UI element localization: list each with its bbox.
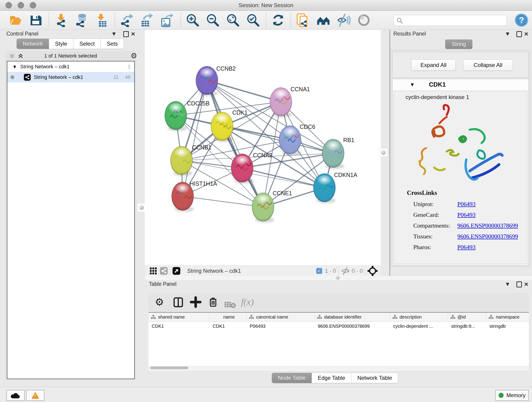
node-label-CCNB2: CCNB2 — [216, 65, 236, 72]
tab-edge-table[interactable]: Edge Table — [312, 373, 351, 383]
search-input[interactable] — [405, 16, 504, 24]
network-row[interactable]: String Network – cdk1 11 48 — [7, 72, 134, 83]
crosslink-row: Pharos: P06493 — [413, 244, 523, 255]
network-canvas[interactable]: CCNB2CCNA1CDC25BCDK1CDC6RB1CCNB1CCNA2CDK… — [145, 30, 381, 265]
export-network-icon[interactable] — [120, 13, 133, 27]
horizontal-splitter-handle[interactable] — [336, 276, 340, 280]
network-node-CCNB1[interactable] — [171, 146, 193, 176]
string-app-icon — [24, 74, 31, 81]
import-network-from-database-icon[interactable] — [75, 13, 89, 27]
crosslink-link[interactable]: 9606.ENSP00000378699 — [457, 233, 518, 240]
column-header[interactable]: shared name — [148, 313, 209, 321]
table-horizontal-scrollbar[interactable] — [148, 366, 529, 370]
network-node-CCNA2[interactable] — [231, 154, 253, 184]
fit-content-target-icon[interactable] — [367, 266, 378, 276]
search-box[interactable] — [394, 15, 507, 26]
refresh-icon[interactable] — [271, 13, 285, 27]
share-view-icon[interactable] — [160, 267, 168, 275]
network-node-CCNE1[interactable] — [252, 193, 274, 223]
crosslink-link[interactable]: 9606.ENSP00000378699 — [457, 222, 518, 229]
tab-style[interactable]: Style — [49, 38, 73, 49]
network-node-CDC25B[interactable] — [165, 101, 187, 131]
crosslink-link[interactable]: P06493 — [457, 244, 475, 251]
protein-result-header[interactable]: ▼ CDK1 — [393, 79, 529, 90]
zoom-in-icon[interactable] — [186, 13, 199, 27]
network-node-CDC6[interactable] — [279, 126, 301, 155]
selected-checkbox-icon[interactable]: ✓ — [316, 268, 322, 274]
delete-column-icon[interactable] — [207, 296, 219, 308]
tab-string[interactable]: String — [445, 39, 472, 49]
hidden-eye-icon[interactable] — [341, 267, 350, 275]
open-session-icon[interactable] — [9, 13, 22, 27]
table-panel-float-icon[interactable] — [516, 281, 522, 287]
right-splitter-handle[interactable] — [379, 148, 387, 157]
zoom-fit-icon[interactable] — [226, 13, 240, 27]
left-splitter-handle[interactable] — [138, 204, 146, 212]
collapse-all-button[interactable]: Collapse All — [463, 59, 513, 71]
grid-view-icon[interactable] — [150, 268, 157, 274]
column-header[interactable]: description — [390, 313, 448, 321]
control-panel-float-icon[interactable] — [123, 31, 129, 37]
save-session-icon[interactable] — [29, 13, 43, 27]
export-image-icon[interactable] — [159, 13, 173, 27]
tab-network[interactable]: Network — [17, 38, 49, 49]
crosslink-link[interactable]: P06493 — [457, 211, 475, 218]
network-node-CCNB2[interactable] — [196, 66, 218, 96]
help-icon[interactable]: ? — [515, 13, 528, 27]
collection-label: String Network – cdk1 — [20, 64, 70, 70]
network-node-CDK1[interactable] — [211, 112, 233, 142]
results-panel-close-icon[interactable]: × — [524, 32, 528, 36]
export-table-icon[interactable] — [139, 13, 153, 27]
current-network-name: String Network – cdk1 — [187, 268, 241, 274]
tab-network-table[interactable]: Network Table — [351, 373, 399, 383]
network-node-RB1[interactable] — [322, 139, 344, 169]
expand-all-button[interactable]: Expand All — [411, 59, 456, 71]
table-panel-menu-icon[interactable]: ▼ — [506, 281, 509, 287]
memory-button[interactable]: Memory — [495, 390, 529, 401]
column-header[interactable]: namespace — [486, 313, 529, 321]
column-header[interactable]: @id — [448, 313, 486, 321]
node-table: shared name name canonical name database… — [148, 312, 529, 370]
tab-node-table[interactable]: Node Table — [272, 373, 312, 383]
network-options-gear-icon[interactable]: ⚙ — [131, 51, 137, 60]
zoom-out-icon[interactable] — [206, 13, 220, 27]
crosslink-row: Uniprot: P06493 — [413, 201, 523, 211]
zoom-selected-icon[interactable] — [246, 13, 260, 27]
show-columns-icon[interactable] — [172, 296, 184, 308]
protein-expander-icon[interactable]: ▼ — [411, 82, 414, 87]
results-panel-float-icon[interactable] — [516, 31, 522, 37]
table-settings-gear-icon[interactable]: ⚙ — [155, 296, 164, 308]
collection-expander-icon[interactable]: ▼ — [13, 65, 16, 69]
add-column-icon[interactable] — [190, 296, 202, 308]
warning-button[interactable]: ! — [26, 390, 44, 401]
column-header[interactable]: canonical name — [247, 313, 315, 321]
crosslink-row: GeneCard: P06493 — [413, 211, 523, 222]
cloud-icon — [11, 392, 21, 399]
horizontal-splitter[interactable] — [145, 276, 532, 280]
copy-network-style-icon[interactable] — [296, 13, 310, 27]
tab-sets[interactable]: Sets — [101, 38, 124, 49]
control-panel-close-icon[interactable]: × — [131, 32, 135, 36]
results-panel-menu-icon[interactable]: ▼ — [506, 31, 509, 36]
table-row[interactable]: CDK1 CDK1 P06493 9606.ENSP00000378699 cy… — [148, 322, 529, 331]
network-node-CCNA1[interactable] — [270, 88, 292, 117]
control-panel-menu-icon[interactable]: ▼ — [112, 31, 116, 36]
table-scrollbar-thumb[interactable] — [150, 366, 188, 369]
column-header[interactable]: database identifier — [315, 313, 390, 321]
network-collection-row[interactable]: ▼ String Network – cdk1 1 — [7, 61, 134, 72]
tab-select[interactable]: Select — [73, 38, 101, 49]
import-table-icon[interactable] — [95, 13, 109, 27]
network-edge-CCNB2-CCNA1 — [207, 80, 281, 102]
navigator-icon[interactable] — [172, 267, 180, 275]
node-table-header: shared name name canonical name database… — [148, 313, 529, 322]
cloud-button[interactable] — [6, 390, 25, 401]
import-network-icon[interactable] — [55, 13, 69, 27]
table-panel-close-icon[interactable]: × — [524, 282, 528, 287]
crosslink-label: Uniprot: — [413, 201, 433, 207]
column-header[interactable]: name — [209, 313, 247, 321]
node-label-CDK1: CDK1 — [232, 109, 248, 116]
homes-icon[interactable] — [317, 13, 330, 27]
network-node-CDKN1A[interactable] — [313, 173, 336, 203]
crosslink-link[interactable]: P06493 — [457, 201, 475, 208]
hide-unhide-icon[interactable] — [337, 13, 351, 27]
